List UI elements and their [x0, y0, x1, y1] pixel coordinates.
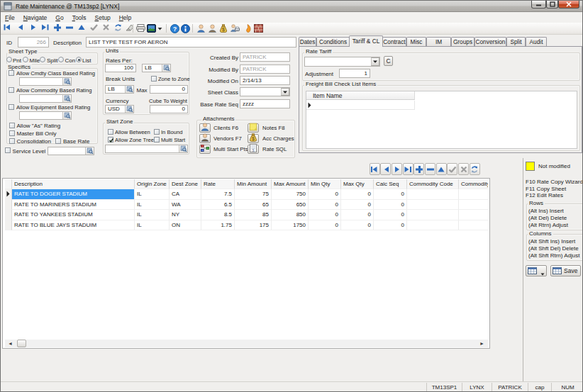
- start-zone-input[interactable]: [105, 145, 188, 153]
- cell-dest-zone[interactable]: CA: [170, 189, 201, 200]
- rate-tariff-combo[interactable]: [304, 57, 380, 67]
- sheet-class-dropdown-button[interactable]: [281, 88, 289, 96]
- cell-max-qty[interactable]: 0: [341, 200, 374, 211]
- cell-min-amount[interactable]: 175: [235, 220, 272, 231]
- notes-icon[interactable]: [243, 24, 253, 33]
- notes-f8-button[interactable]: [248, 123, 259, 133]
- column-header-commodity[interactable]: Commodity: [459, 179, 488, 189]
- save-layout-button[interactable]: Save: [550, 265, 581, 276]
- sheet-type-radio-split[interactable]: [40, 57, 45, 62]
- rates-per-input[interactable]: 100: [105, 64, 136, 72]
- cell-rate[interactable]: 8.5: [201, 210, 235, 220]
- lookup-button[interactable]: [125, 106, 133, 113]
- cell-description[interactable]: RATE TO BLUE JAYS STADUIM: [12, 220, 135, 231]
- cell-commodity[interactable]: [459, 210, 488, 220]
- tab-tariff-cl[interactable]: Tariff & CL: [349, 35, 383, 47]
- cell-rate[interactable]: 6.5: [201, 200, 235, 211]
- lookup-button[interactable]: [62, 95, 71, 102]
- freight-grid-row[interactable]: [306, 101, 415, 110]
- cancel-edit-icon[interactable]: [101, 24, 111, 33]
- cell-calc-seq[interactable]: 0: [374, 189, 407, 200]
- cell-origin-zone[interactable]: IL: [135, 210, 170, 220]
- rates-grid-row[interactable]: RATE TO BLUE JAYS STADUIMILON1.751751750…: [5, 220, 488, 231]
- close-button[interactable]: [558, 1, 579, 9]
- cell-calc-seq[interactable]: 0: [374, 200, 407, 211]
- grid-hscrollbar[interactable]: ◄►: [5, 340, 488, 347]
- cell-dest-zone[interactable]: NY: [170, 210, 201, 220]
- print-icon[interactable]: [135, 24, 145, 33]
- post-edit-icon[interactable]: [89, 24, 99, 33]
- specifics-checkbox[interactable]: [9, 104, 14, 110]
- prior-record-icon[interactable]: [15, 24, 25, 33]
- columns-action[interactable]: (Alt Shft Rtrn) Adjust: [528, 252, 583, 259]
- cell-rate[interactable]: 7.5: [201, 189, 235, 200]
- specifics-checkbox[interactable]: [9, 87, 14, 93]
- menu-item-file[interactable]: File: [1, 13, 19, 23]
- start-zone-checkbox[interactable]: [108, 137, 113, 142]
- menu-item-navigate[interactable]: Navigate: [19, 13, 52, 23]
- cell-min-amount[interactable]: 85: [235, 210, 272, 220]
- post-edit-nav-button[interactable]: [447, 163, 457, 175]
- lookup-button[interactable]: [162, 65, 170, 72]
- rows-action[interactable]: (Alt Del) Delete: [528, 215, 583, 221]
- shortcut-f10[interactable]: F10 Rate Copy Wizard: [526, 179, 583, 185]
- cell-max-amount[interactable]: 1750: [272, 220, 309, 231]
- cell-commodity-code[interactable]: [407, 189, 459, 200]
- vendors-f7-button[interactable]: [199, 134, 211, 143]
- first-record-nav-button[interactable]: [370, 163, 380, 175]
- cell-dest-zone[interactable]: ON: [170, 220, 201, 231]
- cell-min-qty[interactable]: 0: [309, 220, 341, 231]
- cell-description[interactable]: RATE TO MARINERS STADIUM: [12, 200, 135, 211]
- specifics-checkbox[interactable]: [55, 138, 61, 144]
- adjustment-input[interactable]: 1: [339, 69, 370, 78]
- item-name-column-header[interactable]: Item Name: [306, 91, 415, 100]
- lookup-button[interactable]: [179, 145, 187, 152]
- cell-min-amount[interactable]: 65: [235, 200, 272, 211]
- acc-charges-icon[interactable]: $: [218, 24, 228, 33]
- lookup-button[interactable]: [85, 147, 94, 155]
- cell-min-qty[interactable]: 0: [309, 189, 341, 200]
- id-input[interactable]: 266: [18, 37, 49, 47]
- sheet-type-radio-list[interactable]: [76, 57, 82, 62]
- next-record-nav-button[interactable]: [392, 163, 402, 175]
- cell-description[interactable]: RATE TO DOGER STADIUM: [12, 189, 135, 200]
- picture-dropdown-icon[interactable]: [157, 27, 162, 36]
- column-header-rate[interactable]: Rate: [201, 179, 235, 189]
- grid-layout-button[interactable]: [526, 265, 547, 276]
- column-header-calc-seq[interactable]: Calc Seq: [374, 179, 407, 189]
- prior-record-nav-button[interactable]: [380, 163, 391, 175]
- tab-dates[interactable]: Dates: [299, 37, 316, 46]
- lookup-button[interactable]: [62, 78, 71, 85]
- bricks-icon[interactable]: [253, 24, 263, 33]
- cell-origin-zone[interactable]: IL: [135, 200, 170, 211]
- rows-action[interactable]: (Alt Ins) Insert: [528, 208, 583, 214]
- cell-calc-seq[interactable]: 0: [374, 210, 407, 220]
- cell-rate[interactable]: 1.75: [201, 220, 235, 231]
- tab-misc[interactable]: Misc: [406, 37, 426, 46]
- columns-action[interactable]: (Alt Shft Del) Delete: [528, 245, 583, 252]
- modified-on-input[interactable]: 2/14/13: [240, 76, 290, 85]
- menu-item-tools[interactable]: Tools: [68, 13, 91, 23]
- rate-tariff-dropdown-button[interactable]: [371, 57, 379, 66]
- first-record-icon[interactable]: [2, 24, 12, 33]
- cell-origin-zone[interactable]: IL: [135, 189, 170, 200]
- picture-icon[interactable]: [146, 24, 156, 33]
- cancel-edit-nav-button[interactable]: [458, 163, 469, 175]
- cell-calc-seq[interactable]: 0: [374, 220, 407, 231]
- columns-action[interactable]: (Alt Shft Ins) Insert: [528, 238, 583, 245]
- cell-origin-zone[interactable]: IL: [135, 220, 170, 231]
- menu-item-help[interactable]: Help: [115, 13, 135, 23]
- shortcut-f12[interactable]: F12 Edit Rates: [526, 192, 583, 198]
- cell-max-qty[interactable]: 0: [341, 220, 374, 231]
- help-icon[interactable]: ?: [170, 24, 179, 33]
- tab-conversion[interactable]: Conversion: [474, 37, 506, 46]
- cell-max-amount[interactable]: 650: [272, 200, 309, 211]
- vendors-icon[interactable]: [207, 24, 217, 33]
- maximize-button[interactable]: [546, 1, 558, 9]
- cell-max-amount[interactable]: 850: [272, 210, 309, 220]
- acc-charges-button[interactable]: $: [248, 134, 259, 143]
- column-header-min-amount[interactable]: Min Amount: [235, 179, 272, 189]
- edit-record-icon[interactable]: [77, 24, 87, 33]
- cell-min-qty[interactable]: 0: [309, 210, 341, 220]
- specifics-checkbox[interactable]: [9, 138, 15, 144]
